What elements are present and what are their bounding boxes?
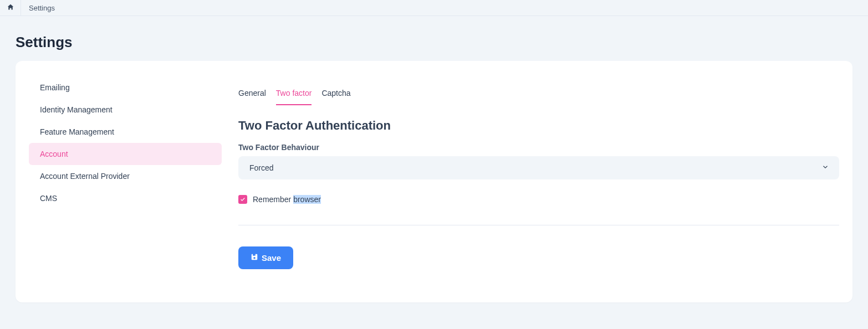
sidebar-item-identity-management[interactable]: Identity Management bbox=[29, 99, 222, 121]
save-button[interactable]: Save bbox=[238, 246, 293, 269]
tabs: General Two factor Captcha bbox=[238, 89, 839, 105]
sidebar-item-feature-management[interactable]: Feature Management bbox=[29, 121, 222, 143]
divider bbox=[238, 225, 839, 225]
remember-browser-row: Remember browser bbox=[238, 195, 839, 204]
sidebar-item-account[interactable]: Account bbox=[29, 143, 222, 165]
settings-main: General Two factor Captcha Two Factor Au… bbox=[238, 76, 839, 269]
breadcrumb-item-settings[interactable]: Settings bbox=[21, 4, 63, 12]
breadcrumb-home[interactable] bbox=[0, 0, 21, 16]
save-button-label: Save bbox=[262, 253, 281, 263]
chevron-down-icon bbox=[821, 163, 829, 173]
sidebar-item-cms[interactable]: CMS bbox=[29, 187, 222, 209]
save-icon bbox=[251, 253, 258, 263]
two-factor-behaviour-select[interactable]: Forced bbox=[238, 156, 839, 179]
sidebar-item-emailing[interactable]: Emailing bbox=[29, 76, 222, 99]
tab-general[interactable]: General bbox=[238, 89, 266, 105]
remember-browser-label[interactable]: Remember browser bbox=[253, 195, 321, 204]
two-factor-behaviour-label: Two Factor Behaviour bbox=[238, 143, 839, 152]
section-title: Two Factor Authentication bbox=[238, 119, 839, 133]
select-value: Forced bbox=[249, 163, 274, 172]
tab-captcha[interactable]: Captcha bbox=[321, 89, 350, 105]
breadcrumb-bar: Settings bbox=[0, 0, 868, 16]
remember-label-highlight: browser bbox=[293, 195, 321, 204]
sidebar-item-account-external-provider[interactable]: Account External Provider bbox=[29, 165, 222, 187]
home-icon bbox=[7, 3, 14, 13]
settings-sidebar: Emailing Identity Management Feature Man… bbox=[29, 76, 222, 269]
page-title: Settings bbox=[16, 34, 852, 51]
remember-label-prefix: Remember bbox=[253, 195, 293, 204]
tab-two-factor[interactable]: Two factor bbox=[276, 89, 312, 105]
page-header: Settings bbox=[0, 16, 868, 61]
settings-card: Emailing Identity Management Feature Man… bbox=[16, 61, 852, 302]
remember-browser-checkbox[interactable] bbox=[238, 195, 247, 204]
check-icon bbox=[240, 194, 246, 204]
